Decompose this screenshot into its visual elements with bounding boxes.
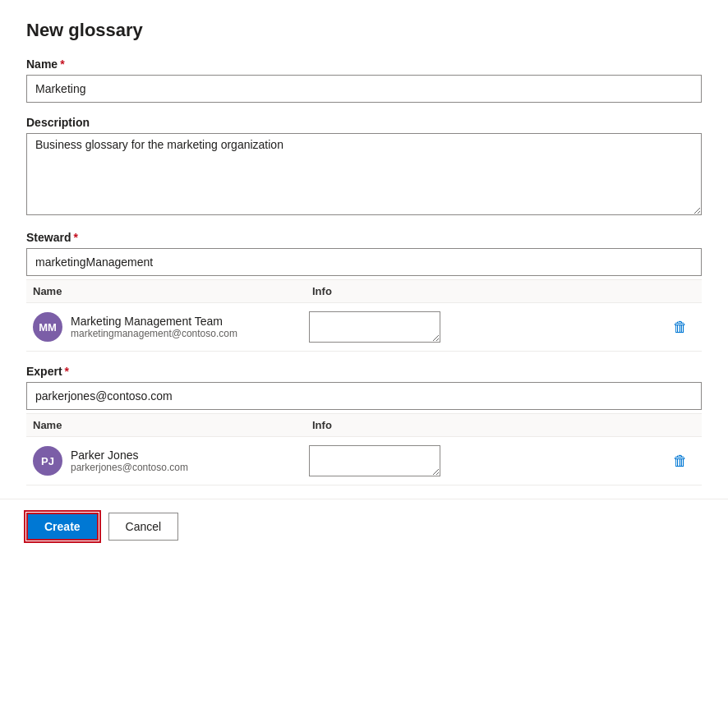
- steward-delete-icon[interactable]: 🗑: [673, 319, 688, 336]
- description-label: Description: [26, 116, 702, 129]
- expert-table-row: PJ Parker Jones parkerjones@contoso.com …: [26, 437, 702, 485]
- cancel-button[interactable]: Cancel: [108, 513, 179, 541]
- name-required-star: *: [60, 58, 64, 71]
- expert-email: parkerjones@contoso.com: [71, 462, 309, 473]
- expert-table-header: Name Info: [26, 413, 702, 437]
- expert-name: Parker Jones: [71, 449, 309, 462]
- name-label: Name *: [26, 58, 702, 71]
- expert-col-name: Name: [33, 419, 312, 431]
- expert-label: Expert *: [26, 365, 702, 378]
- description-field-group: Description Business glossary for the ma…: [26, 116, 702, 218]
- steward-required-star: *: [73, 231, 77, 244]
- steward-avatar: MM: [33, 312, 62, 342]
- expert-required-star: *: [65, 365, 69, 378]
- expert-delete-icon[interactable]: 🗑: [673, 453, 688, 470]
- steward-input[interactable]: [26, 248, 702, 276]
- expert-delete-cell: 🗑: [666, 453, 695, 470]
- page-title: New glossary: [26, 20, 702, 41]
- expert-input[interactable]: [26, 382, 702, 410]
- steward-col-info: Info: [312, 285, 695, 297]
- steward-table-row: MM Marketing Management Team marketingma…: [26, 303, 702, 352]
- steward-delete-cell: 🗑: [666, 319, 695, 336]
- steward-name: Marketing Management Team: [71, 315, 309, 328]
- steward-field-group: Steward * Name Info MM Marketing Managem…: [26, 231, 702, 352]
- expert-avatar: PJ: [33, 446, 62, 476]
- steward-label: Steward *: [26, 231, 702, 244]
- steward-person-info: Marketing Management Team marketingmanag…: [71, 315, 309, 339]
- expert-field-group: Expert * Name Info PJ Parker Jones parke…: [26, 365, 702, 485]
- steward-email: marketingmanagement@contoso.com: [71, 328, 309, 339]
- expert-info-input[interactable]: [309, 445, 440, 476]
- name-field-group: Name *: [26, 58, 702, 103]
- steward-table-header: Name Info: [26, 279, 702, 303]
- expert-col-info: Info: [312, 419, 695, 431]
- steward-info-cell: [309, 311, 666, 343]
- steward-col-name: Name: [33, 285, 312, 297]
- form-container: New glossary Name * Description Business…: [0, 0, 728, 485]
- description-input[interactable]: Business glossary for the marketing orga…: [26, 133, 702, 215]
- expert-person-info: Parker Jones parkerjones@contoso.com: [71, 449, 309, 473]
- footer-bar: Create Cancel: [0, 499, 728, 554]
- steward-info-input[interactable]: [309, 311, 440, 343]
- name-input[interactable]: [26, 75, 702, 103]
- create-button[interactable]: Create: [26, 513, 99, 541]
- expert-info-cell: [309, 445, 666, 476]
